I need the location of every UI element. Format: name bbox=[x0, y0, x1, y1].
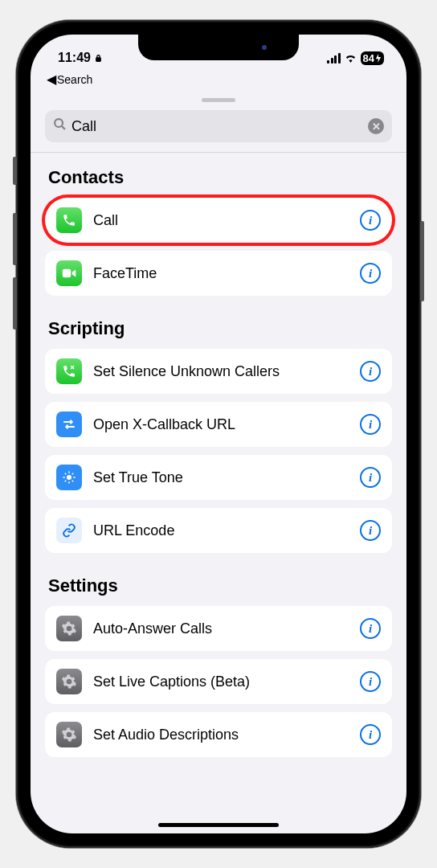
svg-line-11 bbox=[65, 481, 67, 482]
notch bbox=[138, 35, 299, 60]
action-true-tone[interactable]: Set True Tone i bbox=[45, 455, 392, 500]
volume-down bbox=[13, 277, 17, 330]
gear-icon bbox=[56, 616, 82, 641]
action-x-callback[interactable]: Open X-Callback URL i bbox=[45, 402, 392, 447]
svg-point-1 bbox=[55, 119, 63, 127]
info-button[interactable]: i bbox=[360, 263, 381, 284]
brightness-icon bbox=[56, 465, 82, 490]
info-button[interactable]: i bbox=[360, 724, 381, 745]
search-input[interactable] bbox=[71, 118, 363, 135]
phone-silence-icon bbox=[56, 358, 82, 384]
item-label: Set True Tone bbox=[93, 469, 349, 486]
back-button[interactable]: ◀ Search bbox=[31, 70, 406, 92]
wifi-icon bbox=[344, 51, 357, 65]
search-icon bbox=[53, 117, 67, 135]
svg-line-10 bbox=[72, 481, 74, 482]
item-label: Set Audio Descriptions bbox=[93, 727, 349, 743]
battery-icon: 84 bbox=[361, 51, 384, 65]
action-audio-descriptions[interactable]: Set Audio Descriptions i bbox=[45, 712, 392, 757]
status-time: 11:49 bbox=[58, 51, 91, 65]
action-live-captions[interactable]: Set Live Captions (Beta) i bbox=[45, 659, 392, 704]
info-button[interactable]: i bbox=[360, 361, 381, 382]
svg-line-12 bbox=[72, 473, 74, 475]
power-button bbox=[420, 221, 424, 301]
volume-up bbox=[13, 213, 17, 265]
info-button[interactable]: i bbox=[360, 520, 381, 541]
arrows-icon bbox=[56, 411, 82, 437]
svg-line-9 bbox=[65, 473, 67, 475]
item-label: Call bbox=[93, 212, 349, 229]
screen: 11:49 bbox=[31, 35, 406, 833]
section-header-scripting: Scripting bbox=[45, 304, 392, 349]
action-url-encode[interactable]: URL Encode i bbox=[45, 508, 392, 553]
svg-line-2 bbox=[62, 126, 65, 129]
action-facetime[interactable]: FaceTime i bbox=[45, 251, 392, 296]
results-list: Contacts Call i FaceTime i bbox=[31, 153, 406, 757]
svg-rect-3 bbox=[63, 269, 71, 278]
item-label: Set Silence Unknown Callers bbox=[93, 363, 349, 380]
camera-dot bbox=[262, 45, 267, 50]
mute-switch bbox=[13, 157, 17, 185]
gear-icon bbox=[56, 669, 82, 694]
home-indicator[interactable] bbox=[158, 823, 279, 827]
link-icon bbox=[56, 518, 82, 543]
clear-button[interactable]: ✕ bbox=[368, 118, 384, 134]
action-auto-answer[interactable]: Auto-Answer Calls i bbox=[45, 606, 392, 651]
info-button[interactable]: i bbox=[360, 618, 381, 639]
info-button[interactable]: i bbox=[360, 210, 381, 231]
section-header-contacts: Contacts bbox=[45, 153, 392, 198]
item-label: Set Live Captions (Beta) bbox=[93, 674, 349, 690]
chevron-left-icon: ◀ bbox=[47, 72, 56, 87]
signal-icon bbox=[327, 53, 341, 63]
action-silence-unknown[interactable]: Set Silence Unknown Callers i bbox=[45, 349, 392, 394]
sheet-grabber[interactable] bbox=[202, 98, 235, 102]
item-label: Auto-Answer Calls bbox=[93, 620, 349, 637]
phone-frame: 11:49 bbox=[16, 20, 421, 848]
info-button[interactable]: i bbox=[360, 414, 381, 435]
svg-point-4 bbox=[67, 475, 71, 480]
search-field[interactable]: ✕ bbox=[45, 110, 392, 142]
rotation-lock-icon bbox=[93, 52, 104, 63]
item-label: URL Encode bbox=[93, 522, 349, 539]
video-icon bbox=[56, 260, 82, 286]
item-label: Open X-Callback URL bbox=[93, 416, 349, 433]
back-label: Search bbox=[57, 73, 92, 86]
phone-icon bbox=[56, 207, 82, 233]
action-call[interactable]: Call i bbox=[45, 198, 392, 243]
svg-rect-0 bbox=[96, 57, 100, 60]
gear-icon bbox=[56, 722, 82, 747]
info-button[interactable]: i bbox=[360, 467, 381, 488]
section-header-settings: Settings bbox=[45, 561, 392, 606]
info-button[interactable]: i bbox=[360, 671, 381, 692]
item-label: FaceTime bbox=[93, 265, 349, 282]
